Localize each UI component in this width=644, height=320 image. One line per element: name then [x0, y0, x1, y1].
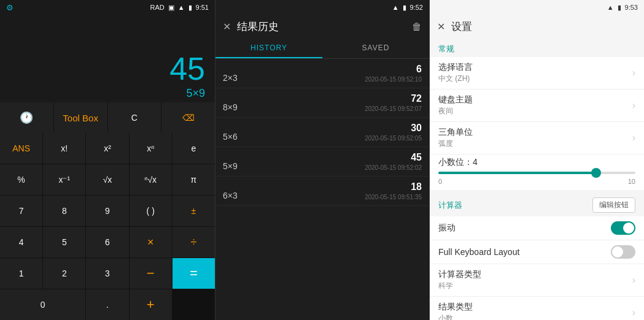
btn-nthroot[interactable]: ⁿ√x — [130, 164, 172, 195]
settings-vibration[interactable]: 振动 — [430, 216, 644, 240]
history-list-item[interactable]: 6×3 18 2020-05-15 09:51:35 — [215, 177, 429, 206]
btn-4[interactable]: 4 — [0, 227, 42, 257]
calc-status-right: RAD ▣ ▲ ▮ 9:51 — [150, 4, 209, 12]
settings-calc-type[interactable]: 计算器类型 科学 › — [430, 264, 644, 297]
btn-sqrt[interactable]: √x — [86, 164, 128, 195]
history-trash-button[interactable]: 🗑 — [412, 21, 422, 32]
btn-2[interactable]: 2 — [43, 258, 85, 289]
btn-multiply[interactable]: × — [130, 227, 172, 257]
full-keyboard-toggle-thumb — [612, 246, 623, 257]
calculator-panel: ⚙ RAD ▣ ▲ ▮ 9:51 45 5×9 🕐 Tool Box C ⌫ A… — [0, 0, 215, 320]
btn-divide[interactable]: ÷ — [173, 227, 215, 257]
history-result: 18 — [365, 181, 422, 192]
btn-plusminus[interactable]: ± — [173, 196, 215, 226]
history-expr: 6×3 — [223, 191, 238, 200]
keyboard-theme-sub: 夜间 — [438, 106, 473, 116]
btn-3[interactable]: 3 — [86, 258, 128, 289]
calc-display: 45 5×9 — [0, 15, 215, 102]
settings-status-right: ▲ ▮ 9:53 — [607, 4, 638, 12]
history-result: 6 — [365, 64, 422, 75]
calc-toolbox-row: 🕐 Tool Box C ⌫ — [0, 102, 215, 133]
settings-title: 设置 — [451, 20, 472, 34]
keyboard-theme-chevron: › — [632, 100, 635, 111]
trig-unit-chevron: › — [632, 132, 635, 143]
result-type-title: 结果类型 — [438, 302, 473, 313]
result-type-chevron: › — [632, 307, 635, 318]
decimal-places-container: 小数位：4 0 10 — [430, 154, 644, 190]
btn-power[interactable]: xⁿ — [130, 133, 172, 164]
btn-8[interactable]: 8 — [43, 196, 85, 226]
result-type-sub: 小数 — [438, 313, 473, 320]
history-tabs: HISTORY SAVED — [215, 39, 429, 59]
history-result-area: 72 2020-05-15 09:52:07 — [365, 93, 422, 112]
history-time: 9:52 — [410, 4, 423, 11]
calc-type-title: 计算器类型 — [438, 269, 481, 280]
calc-settings-icon[interactable]: ⚙ — [6, 3, 14, 12]
btn-9[interactable]: 9 — [86, 196, 128, 226]
history-status-bar: ▲ ▮ 9:52 — [215, 0, 429, 15]
settings-language[interactable]: 选择语言 中文 (ZH) › — [430, 57, 644, 90]
history-list-item[interactable]: 5×9 45 2020-05-15 09:52:02 — [215, 147, 429, 177]
settings-trig-unit[interactable]: 三角单位 弧度 › — [430, 122, 644, 154]
btn-0[interactable]: 0 — [0, 289, 85, 320]
decimal-slider-range: 0 10 — [438, 178, 635, 185]
btn-dot[interactable]: . — [86, 289, 128, 320]
full-keyboard-title: Full Keyboard Layout — [438, 247, 519, 257]
vibration-toggle[interactable] — [611, 221, 635, 235]
clear-button[interactable]: C — [108, 102, 161, 133]
full-keyboard-toggle[interactable] — [611, 245, 635, 259]
history-title-area: ✕ 结果历史 — [223, 20, 279, 34]
calculator-section-label: 计算器 — [438, 200, 462, 211]
history-panel: ▲ ▮ 9:52 ✕ 结果历史 🗑 HISTORY SAVED 2×3 6 20… — [215, 0, 430, 320]
btn-plus[interactable]: + — [130, 289, 172, 320]
btn-square[interactable]: x² — [86, 133, 128, 164]
trig-unit-title: 三角单位 — [438, 127, 473, 138]
btn-5[interactable]: 5 — [43, 227, 85, 257]
calc-time: 9:51 — [196, 4, 209, 11]
vibration-toggle-thumb — [623, 223, 634, 234]
btn-pi[interactable]: π — [173, 164, 215, 195]
settings-full-keyboard[interactable]: Full Keyboard Layout — [430, 240, 644, 264]
settings-panel: ▲ ▮ 9:53 ✕ 设置 常规 选择语言 中文 (ZH) › 键盘主题 夜间 … — [430, 0, 644, 320]
history-result-area: 30 2020-05-15 09:52:05 — [365, 123, 422, 142]
history-list-item[interactable]: 8×9 72 2020-05-15 09:52:07 — [215, 88, 429, 118]
edit-buttons-button[interactable]: 编辑按钮 — [592, 197, 635, 213]
tab-history[interactable]: HISTORY — [215, 39, 322, 58]
decimal-slider-fill — [438, 172, 596, 174]
decimal-slider-track[interactable] — [438, 172, 635, 174]
settings-header: ✕ 设置 — [430, 15, 644, 39]
btn-factorial[interactable]: x! — [43, 133, 85, 164]
history-expr: 2×3 — [223, 73, 238, 83]
history-close-button[interactable]: ✕ — [223, 21, 231, 32]
history-header: ✕ 结果历史 🗑 — [215, 15, 429, 39]
decimal-slider-thumb[interactable] — [591, 168, 601, 178]
settings-result-type[interactable]: 结果类型 小数 › — [430, 297, 644, 320]
btn-minus[interactable]: − — [130, 258, 172, 289]
calc-keypad: ANS x! x² xⁿ e % x⁻¹ √x ⁿ√x π 7 8 9 ( ) … — [0, 133, 215, 320]
settings-keyboard-theme[interactable]: 键盘主题 夜间 › — [430, 90, 644, 122]
history-list-item[interactable]: 5×6 30 2020-05-15 09:52:05 — [215, 118, 429, 147]
btn-7[interactable]: 7 — [0, 196, 42, 226]
btn-6[interactable]: 6 — [86, 227, 128, 257]
btn-ans[interactable]: ANS — [0, 133, 42, 164]
backspace-button[interactable]: ⌫ — [161, 102, 215, 133]
settings-close-button[interactable]: ✕ — [437, 21, 445, 32]
history-button[interactable]: 🕐 — [0, 102, 53, 133]
btn-1[interactable]: 1 — [0, 258, 42, 289]
slider-max: 10 — [628, 178, 635, 185]
btn-parens[interactable]: ( ) — [130, 196, 172, 226]
calc-status-bar: ⚙ RAD ▣ ▲ ▮ 9:51 — [0, 0, 215, 15]
btn-e[interactable]: e — [173, 133, 215, 164]
btn-percent[interactable]: % — [0, 164, 42, 195]
history-result-area: 6 2020-05-15 09:52:10 — [365, 64, 422, 83]
btn-inverse[interactable]: x⁻¹ — [43, 164, 85, 195]
btn-equals[interactable]: = — [173, 258, 215, 289]
toolbox-button[interactable]: Tool Box — [54, 102, 107, 133]
language-chevron: › — [632, 67, 635, 78]
history-battery-icon: ▮ — [403, 4, 406, 12]
trig-unit-sub: 弧度 — [438, 139, 473, 149]
history-list-item[interactable]: 2×3 6 2020-05-15 09:52:10 — [215, 59, 429, 88]
tab-saved[interactable]: SAVED — [322, 39, 429, 58]
decimal-label: 小数位：4 — [438, 157, 635, 168]
section-label-general: 常规 — [430, 39, 644, 57]
